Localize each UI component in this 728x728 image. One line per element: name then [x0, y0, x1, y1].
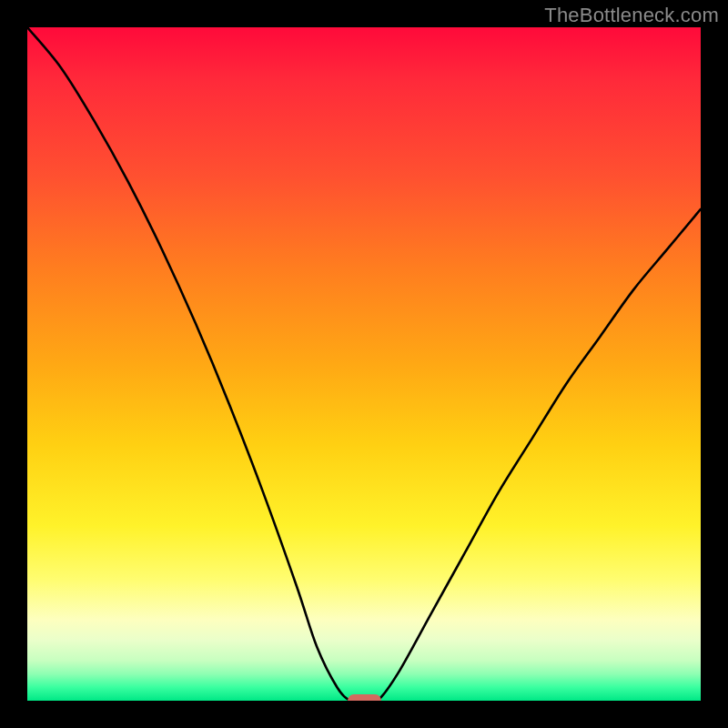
curve-layer [27, 27, 701, 701]
optimal-marker [348, 694, 381, 701]
attribution-text: TheBottleneck.com [544, 4, 719, 27]
plot-area [27, 27, 701, 701]
bottleneck-curve [27, 27, 701, 701]
chart-frame: TheBottleneck.com [0, 0, 728, 728]
